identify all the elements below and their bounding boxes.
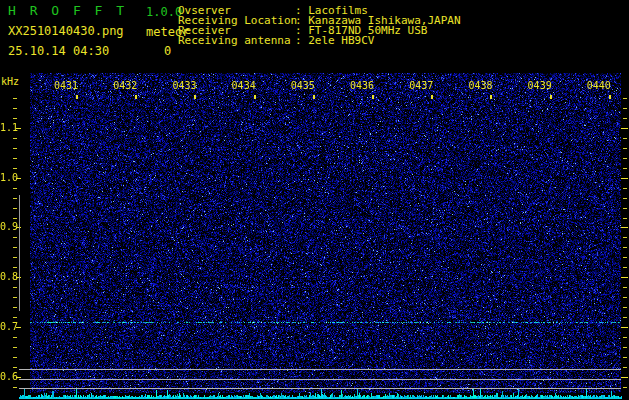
- count-band-marker: [19, 195, 20, 311]
- freq-minor-tick-right: [623, 287, 627, 288]
- time-tick-mark: [313, 95, 315, 99]
- info-row: Receiving antenna: 2ele HB9CV: [178, 36, 461, 46]
- freq-major-tick-left: [16, 178, 21, 179]
- datetime-label: 25.10.14 04:30: [8, 44, 109, 58]
- signal-level-trace: [19, 388, 622, 399]
- time-tick-mark: [76, 95, 78, 99]
- time-tick-label: 0431: [54, 80, 78, 91]
- info-label: Receiving antenna: [178, 36, 295, 46]
- freq-minor-tick-left: [13, 218, 17, 219]
- freq-minor-tick-left: [13, 247, 17, 248]
- freq-tick-label: 0.7: [0, 321, 16, 332]
- freq-minor-tick-right: [623, 237, 627, 238]
- freq-minor-tick-right: [623, 387, 627, 388]
- hrofft-window: H R O F F T 1.0.0 XX2510140430.png meteo…: [0, 0, 629, 400]
- freq-major-tick-right: [621, 227, 628, 228]
- freq-minor-tick-left: [13, 297, 17, 298]
- freq-minor-tick-right: [623, 357, 627, 358]
- info-separator: :: [295, 34, 302, 47]
- time-tick-label: 0437: [409, 80, 433, 91]
- time-tick-mark: [372, 95, 374, 99]
- freq-major-tick-right: [621, 128, 628, 129]
- time-tick-mark: [194, 95, 196, 99]
- freq-minor-tick-right: [623, 317, 627, 318]
- freq-minor-tick-right: [623, 158, 627, 159]
- freq-minor-tick-right: [623, 267, 627, 268]
- freq-tick-label: 0.9: [0, 221, 16, 232]
- app-title: H R O F F T: [8, 3, 127, 18]
- freq-major-tick-right: [621, 377, 628, 378]
- freq-minor-tick-left: [13, 357, 17, 358]
- freq-minor-tick-left: [13, 347, 17, 348]
- freq-unit-label: kHz: [1, 76, 19, 87]
- freq-minor-tick-left: [13, 267, 17, 268]
- spectrogram-noise-area: [30, 73, 621, 393]
- freq-minor-tick-left: [13, 237, 17, 238]
- freq-tick-label: 1.1: [0, 122, 16, 133]
- time-tick-mark: [550, 95, 552, 99]
- freq-major-tick-left: [16, 128, 21, 129]
- info-value: 2ele HB9CV: [308, 34, 374, 47]
- time-tick-label: 0433: [172, 80, 196, 91]
- app-version: 1.0.0: [146, 5, 182, 19]
- freq-minor-tick-right: [623, 347, 627, 348]
- freq-minor-tick-right: [623, 108, 627, 109]
- freq-minor-tick-right: [623, 297, 627, 298]
- freq-minor-tick-left: [13, 287, 17, 288]
- freq-major-tick-right: [621, 178, 628, 179]
- time-tick-label: 0434: [232, 80, 256, 91]
- freq-major-tick-left: [16, 327, 21, 328]
- freq-major-tick-left: [16, 377, 21, 378]
- freq-minor-tick-left: [13, 98, 17, 99]
- time-tick-mark: [431, 95, 433, 99]
- freq-minor-tick-right: [623, 257, 627, 258]
- freq-minor-tick-left: [13, 208, 17, 209]
- freq-minor-tick-right: [623, 138, 627, 139]
- freq-major-tick-right: [621, 277, 628, 278]
- freq-minor-tick-left: [13, 168, 17, 169]
- freq-tick-label: 1.0: [0, 172, 16, 183]
- receiver-info-block: Ovserver: LacofilmsReceiving Location: K…: [178, 6, 461, 46]
- freq-minor-tick-left: [13, 148, 17, 149]
- freq-tick-label: 0.8: [0, 271, 16, 282]
- freq-minor-tick-right: [623, 307, 627, 308]
- time-tick-mark: [609, 95, 611, 99]
- freq-minor-tick-right: [623, 148, 627, 149]
- time-tick-label: 0436: [350, 80, 374, 91]
- freq-minor-tick-right: [623, 247, 627, 248]
- freq-minor-tick-right: [623, 208, 627, 209]
- freq-minor-tick-right: [623, 188, 627, 189]
- freq-minor-tick-left: [13, 317, 17, 318]
- time-tick-label: 0440: [587, 80, 611, 91]
- time-tick-mark: [135, 95, 137, 99]
- freq-minor-tick-left: [13, 108, 17, 109]
- time-tick-mark: [254, 95, 256, 99]
- freq-major-tick-right: [621, 327, 628, 328]
- time-tick-mark: [490, 95, 492, 99]
- freq-minor-tick-right: [623, 168, 627, 169]
- time-tick-label: 0432: [113, 80, 137, 91]
- freq-minor-tick-left: [13, 257, 17, 258]
- output-filename: XX2510140430.png: [8, 24, 124, 38]
- carrier-line-1: [19, 369, 621, 370]
- meteor-count: 0: [164, 44, 171, 58]
- freq-minor-tick-left: [13, 158, 17, 159]
- freq-minor-tick-left: [13, 138, 17, 139]
- freq-minor-tick-right: [623, 367, 627, 368]
- freq-minor-tick-left: [13, 337, 17, 338]
- freq-tick-label: 0.6: [0, 371, 16, 382]
- carrier-line-2: [19, 379, 621, 380]
- freq-minor-tick-right: [623, 337, 627, 338]
- freq-minor-tick-right: [623, 98, 627, 99]
- freq-minor-tick-right: [623, 198, 627, 199]
- time-tick-label: 0435: [291, 80, 315, 91]
- freq-minor-tick-left: [13, 387, 17, 388]
- freq-minor-tick-left: [13, 188, 17, 189]
- time-tick-label: 0438: [468, 80, 492, 91]
- freq-minor-tick-left: [13, 307, 17, 308]
- freq-minor-tick-left: [13, 367, 17, 368]
- time-tick-label: 0439: [528, 80, 552, 91]
- freq-minor-tick-left: [13, 118, 17, 119]
- freq-minor-tick-right: [623, 118, 627, 119]
- freq-minor-tick-right: [623, 218, 627, 219]
